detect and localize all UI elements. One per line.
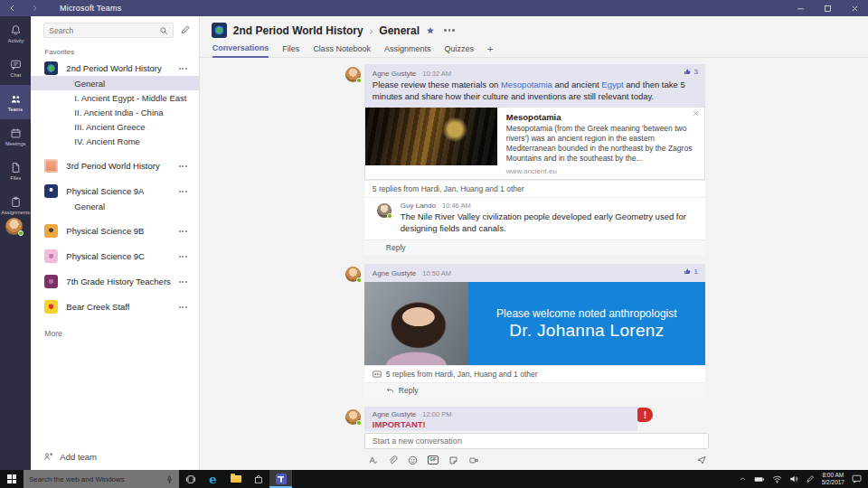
- compose-input[interactable]: [373, 436, 701, 446]
- more-options-icon[interactable]: [179, 191, 199, 192]
- sidebar-team-science-9c[interactable]: Physical Science 9C: [31, 249, 198, 264]
- message[interactable]: Agne Gustyte 10:50 AM 1 Pl: [364, 264, 705, 365]
- tab-class-notebook[interactable]: Class Notebook: [313, 42, 371, 57]
- rail-item-chat[interactable]: Chat: [0, 51, 31, 85]
- channel-more-icon[interactable]: [444, 29, 455, 32]
- taskbar-clock[interactable]: 8:00 AM 5/2/2017: [822, 472, 844, 486]
- rail-item-activity[interactable]: Activity: [0, 16, 31, 51]
- teams-taskbar-button[interactable]: [269, 470, 292, 488]
- add-tab-icon[interactable]: +: [487, 43, 493, 57]
- avatar-agne[interactable]: [345, 67, 361, 82]
- taskbar-search[interactable]: [24, 470, 179, 488]
- tray-chevron-icon[interactable]: [739, 475, 747, 483]
- more-options-icon[interactable]: [179, 306, 199, 308]
- compose-input-box[interactable]: [364, 433, 709, 449]
- search-box[interactable]: [43, 23, 173, 38]
- sidebar-team-7th-grade[interactable]: 7th Grade History Teachers: [31, 274, 198, 289]
- more-options-icon[interactable]: [179, 68, 199, 70]
- mic-icon[interactable]: [165, 474, 174, 484]
- windows-ink-icon[interactable]: [806, 474, 815, 483]
- send-icon[interactable]: [696, 455, 707, 465]
- maximize-icon[interactable]: [814, 0, 841, 16]
- avatar-agne[interactable]: [345, 267, 361, 282]
- video-icon[interactable]: [468, 455, 479, 465]
- rail-item-files[interactable]: Files: [0, 154, 31, 188]
- message[interactable]: Agne Gustyte 10:32 AM 3 Please review th…: [364, 64, 705, 180]
- file-icon: [10, 162, 22, 174]
- message-author[interactable]: Agne Gustyte: [373, 269, 416, 277]
- volume-icon[interactable]: [789, 474, 798, 483]
- replies-summary[interactable]: 5 replies from Hardi, Jan, Huang and 1 o…: [364, 365, 705, 382]
- rail-item-meetings[interactable]: Meetings: [0, 119, 31, 154]
- link-mesopotamia[interactable]: Mesopotamia: [501, 80, 552, 89]
- more-options-icon[interactable]: [179, 230, 199, 232]
- announcement-image[interactable]: Please welcome noted anthropologist Dr. …: [364, 282, 705, 365]
- tab-conversations[interactable]: Conversations: [212, 42, 269, 58]
- user-avatar[interactable]: [5, 218, 23, 235]
- add-team-button[interactable]: Add team: [31, 451, 198, 470]
- header-team-name[interactable]: 2nd Period World History: [233, 24, 363, 37]
- link-preview-card[interactable]: Mesopotamia Mesopotamia (from the Greek …: [364, 107, 705, 180]
- reply-button[interactable]: Reply: [364, 382, 705, 398]
- presence-available-icon: [356, 420, 362, 426]
- card-url[interactable]: www.ancient.eu: [506, 167, 693, 175]
- close-icon[interactable]: [693, 110, 699, 117]
- reply-message[interactable]: Guy Lando 10:46 AM The Nile River Valley…: [364, 197, 705, 239]
- message-author[interactable]: Agne Gustyte: [373, 410, 416, 418]
- channel-tabs: Conversations Files Class Notebook Assig…: [200, 42, 868, 58]
- rail-item-teams[interactable]: Teams: [0, 85, 31, 119]
- avatar-agne[interactable]: [345, 409, 361, 425]
- avatar-guy[interactable]: [377, 203, 392, 218]
- task-view-button[interactable]: [179, 470, 202, 488]
- edge-button[interactable]: e: [202, 470, 224, 488]
- format-icon[interactable]: [368, 455, 378, 465]
- sidebar-team-bear-creek[interactable]: Bear Creek Staff: [31, 299, 198, 314]
- new-chat-icon[interactable]: [180, 24, 191, 37]
- file-explorer-button[interactable]: [224, 470, 247, 488]
- tab-quizzes[interactable]: Quizzes: [444, 42, 474, 57]
- message[interactable]: Agne Gustyte 12:00 PM IMPORTANT! Check o…: [364, 407, 637, 431]
- sidebar-team-2nd-period[interactable]: 2nd Period World History: [31, 61, 198, 76]
- like-badge[interactable]: 3: [684, 68, 697, 76]
- message-author[interactable]: Guy Lando: [401, 202, 436, 210]
- battery-icon[interactable]: [754, 475, 765, 483]
- replies-summary[interactable]: 5 replies from Hardi, Jan, Huang and 1 o…: [364, 180, 705, 197]
- taskbar-search-input[interactable]: [29, 475, 162, 483]
- close-icon[interactable]: [841, 0, 868, 16]
- sticker-icon[interactable]: [448, 455, 458, 465]
- forward-icon[interactable]: [31, 5, 38, 12]
- more-teams-button[interactable]: More: [31, 314, 198, 338]
- store-button[interactable]: [247, 470, 269, 488]
- wifi-icon[interactable]: [772, 475, 782, 483]
- channel-header: 2nd Period World History › General: [200, 16, 868, 42]
- sidebar-channel-general-9a[interactable]: General: [31, 199, 198, 213]
- tab-files[interactable]: Files: [282, 42, 299, 57]
- more-options-icon[interactable]: [179, 256, 199, 258]
- more-options-icon[interactable]: [179, 165, 199, 167]
- header-channel-name[interactable]: General: [379, 24, 420, 37]
- sidebar-channel-india[interactable]: II. Ancient India - China: [31, 105, 198, 119]
- like-badge[interactable]: 1: [684, 267, 697, 276]
- team-icon: [44, 224, 58, 238]
- sidebar-team-3rd-period[interactable]: 3rd Period World History: [31, 158, 198, 174]
- action-center-icon[interactable]: [852, 474, 862, 483]
- gif-icon[interactable]: GIF: [428, 455, 439, 465]
- emoji-icon[interactable]: [408, 455, 418, 465]
- sidebar-team-science-9b[interactable]: Physical Science 9B: [31, 223, 198, 239]
- search-input[interactable]: [49, 26, 158, 35]
- sidebar-team-science-9a[interactable]: Physical Science 9A: [31, 183, 198, 199]
- back-icon[interactable]: [9, 5, 16, 12]
- sidebar-channel-rome[interactable]: IV. Ancient Rome: [31, 134, 198, 148]
- sidebar-channel-egypt[interactable]: I. Ancient Egypt - Middle East: [31, 90, 198, 105]
- minimize-icon[interactable]: [787, 0, 814, 16]
- more-options-icon[interactable]: [179, 281, 199, 283]
- reply-button[interactable]: Reply: [364, 239, 705, 255]
- attach-icon[interactable]: [388, 455, 398, 465]
- message-author[interactable]: Agne Gustyte: [373, 70, 416, 78]
- favorite-star-icon[interactable]: [426, 26, 435, 35]
- sidebar-channel-general[interactable]: General: [31, 76, 198, 90]
- link-egypt[interactable]: Egypt: [601, 80, 623, 89]
- sidebar-channel-greece[interactable]: III. Ancient Greece: [31, 119, 198, 134]
- tab-assignments[interactable]: Assignments: [384, 42, 431, 57]
- start-button[interactable]: [0, 470, 24, 488]
